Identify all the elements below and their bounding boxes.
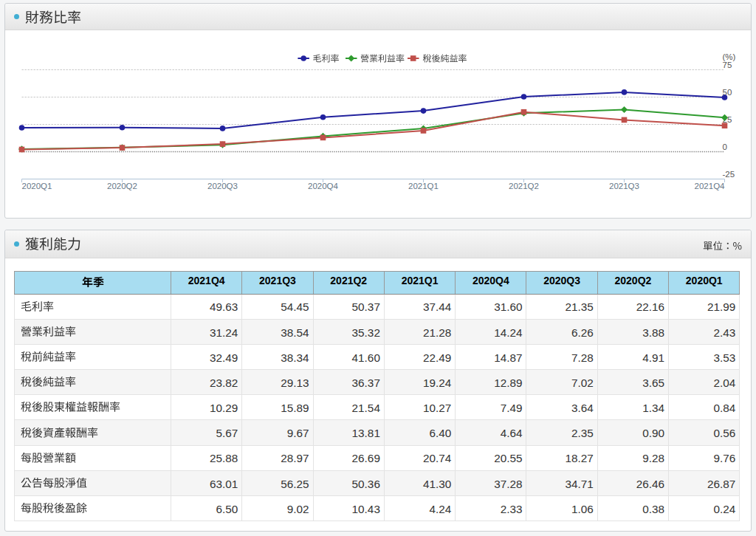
svg-text:2021Q3: 2021Q3: [609, 182, 639, 190]
svg-text:2020Q1: 2020Q1: [22, 182, 52, 190]
svg-text:2020Q3: 2020Q3: [207, 182, 238, 190]
svg-text:75: 75: [723, 61, 732, 69]
svg-text:2020Q4: 2020Q4: [308, 182, 339, 190]
svg-text:-25: -25: [723, 170, 735, 179]
svg-text:(%): (%): [723, 52, 736, 61]
svg-text:2021Q4: 2021Q4: [695, 182, 726, 190]
svg-text:2020Q2: 2020Q2: [107, 182, 137, 190]
svg-text:2021Q1: 2021Q1: [408, 182, 439, 190]
svg-text:2021Q2: 2021Q2: [509, 182, 539, 190]
svg-text:0: 0: [723, 142, 727, 151]
